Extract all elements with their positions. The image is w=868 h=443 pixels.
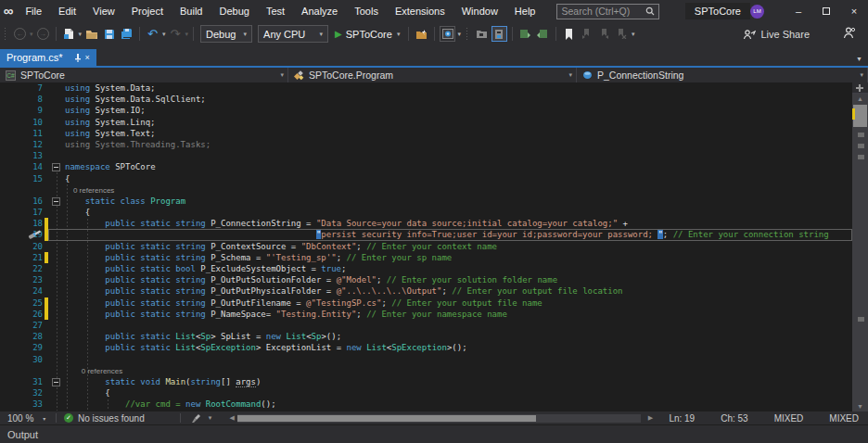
code-cleanup-dropdown-icon[interactable]: ▾ — [209, 414, 212, 422]
hscrollbar-thumb[interactable] — [237, 415, 536, 422]
toggle-bookmark-icon[interactable] — [561, 26, 577, 42]
navigate-dropdown-icon[interactable]: ▾ — [30, 31, 33, 38]
menu-item-view[interactable]: View — [84, 0, 123, 22]
live-share-button[interactable]: Live Share — [743, 29, 810, 40]
code-line[interactable]: 8using System.Data.SqlClient; — [0, 94, 852, 105]
code-line[interactable]: 31 static void Main(string[] args) — [0, 376, 852, 387]
scrollbar-thumb[interactable] — [853, 105, 867, 127]
code-line[interactable]: 19 "persist security info=True;user id=y… — [0, 229, 852, 240]
start-debugging-button[interactable]: ▶ SPToCore ▾ — [335, 29, 401, 40]
code-line[interactable]: 30 — [0, 354, 852, 365]
tab-program-cs[interactable]: Program.cs* × — [0, 49, 96, 66]
scroll-down-icon[interactable]: ▼ — [852, 403, 868, 410]
navigate-forward-icon[interactable]: → — [35, 26, 51, 42]
code-cleanup-icon[interactable] — [189, 411, 205, 426]
splitter-handle[interactable] — [852, 82, 868, 94]
menu-item-window[interactable]: Window — [453, 0, 506, 22]
open-file-icon[interactable] — [83, 26, 99, 42]
code-line[interactable]: 22 public static bool P_ExcludeSystemObj… — [0, 263, 852, 274]
solution-configuration-select[interactable]: Debug▾ — [200, 25, 252, 43]
code-line[interactable]: 13 — [0, 150, 852, 161]
code-line[interactable]: 21 public static string P_Schema = "'Tes… — [0, 252, 852, 263]
navigate-backward-icon[interactable]: ← — [12, 26, 28, 42]
avatar[interactable]: LM — [750, 5, 764, 19]
vertical-scrollbar[interactable]: ▲ ▼ — [852, 82, 868, 411]
code-line[interactable]: 10using System.Linq; — [0, 117, 852, 128]
menu-item-debug[interactable]: Debug — [211, 0, 257, 22]
search-input[interactable]: Search (Ctrl+Q) — [556, 4, 658, 19]
menu-item-build[interactable]: Build — [172, 0, 211, 22]
code-line[interactable]: 17 { — [0, 207, 852, 218]
feedback-icon[interactable] — [843, 27, 855, 41]
toolbar-overflow-icon[interactable]: ▾ — [632, 31, 635, 38]
menu-item-analyze[interactable]: Analyze — [293, 0, 346, 22]
minimize-button[interactable]: – — [785, 0, 812, 22]
pin-icon[interactable] — [74, 54, 82, 62]
undo-dropdown-icon[interactable]: ▾ — [162, 31, 166, 38]
codelens-references[interactable] — [65, 186, 73, 195]
codelens-references[interactable] — [65, 367, 82, 375]
close-button[interactable]: × — [840, 0, 868, 22]
new-file-dropdown-icon[interactable]: ▾ — [79, 31, 83, 38]
scroll-left-icon[interactable]: ◀ — [226, 414, 237, 422]
code-line[interactable]: 23 public static string P_OutPutSolution… — [0, 274, 852, 285]
code-line[interactable]: 9using System.IO; — [0, 105, 852, 116]
save-to-source-icon[interactable] — [474, 26, 490, 42]
menu-item-test[interactable]: Test — [258, 0, 293, 22]
menu-item-project[interactable]: Project — [123, 0, 172, 22]
undo-icon[interactable]: ↶ — [145, 26, 160, 42]
redo-icon[interactable]: ↷ — [168, 26, 184, 42]
comment-selection-icon[interactable] — [517, 26, 533, 42]
redo-dropdown-icon[interactable]: ▾ — [185, 31, 189, 38]
code-line[interactable]: 24 public static string P_OutPutPhysical… — [0, 285, 852, 297]
code-lines[interactable]: 7using System.Data;8using System.Data.Sq… — [0, 82, 852, 411]
fold-collapse-icon[interactable] — [52, 197, 60, 206]
code-line[interactable]: 28 public static List<Sp> SpList = new L… — [0, 331, 852, 342]
code-line[interactable]: 27 — [0, 320, 852, 331]
menu-item-extensions[interactable]: Extensions — [387, 0, 453, 22]
overflow-dropdown-icon[interactable]: ▾ — [457, 31, 461, 38]
save-icon[interactable] — [101, 26, 117, 42]
tab-close-icon[interactable]: × — [85, 53, 90, 62]
view-designer-icon[interactable] — [491, 26, 507, 42]
code-line[interactable]: 14namespace SPToCore — [0, 161, 852, 172]
next-bookmark-icon[interactable] — [596, 26, 612, 42]
horizontal-scrollbar[interactable]: ◀ ▶ — [226, 414, 656, 423]
code-editor[interactable]: 7using System.Data;8using System.Data.Sq… — [0, 82, 868, 411]
codelens-row[interactable]: 0 references — [0, 365, 852, 376]
output-panel-label[interactable]: Output — [7, 429, 38, 440]
attach-to-process-icon[interactable] — [414, 26, 429, 42]
uncomment-selection-icon[interactable] — [535, 26, 551, 42]
code-line[interactable]: 32 { — [0, 387, 852, 399]
member-dropdown[interactable]: P_ConnectionString ▾ — [577, 68, 868, 82]
type-dropdown[interactable]: SPToCore.Program ▾ — [288, 68, 577, 82]
code-line[interactable]: 25 public static string P_OutPutFilename… — [0, 297, 852, 309]
menu-item-edit[interactable]: Edit — [50, 0, 84, 22]
code-line[interactable]: 15{ — [0, 173, 852, 184]
tab-list-dropdown-icon[interactable]: ▼ — [856, 56, 862, 62]
code-line[interactable]: 12using System.Threading.Tasks; — [0, 139, 852, 150]
project-dropdown[interactable]: C# SPToCore ▾ — [0, 68, 288, 82]
save-all-icon[interactable] — [119, 26, 134, 42]
toolbar-grip-2[interactable] — [466, 27, 469, 41]
scroll-up-icon[interactable]: ▲ — [852, 95, 868, 102]
code-line[interactable]: 7using System.Data; — [0, 82, 852, 94]
code-line[interactable]: 29 public static List<SpException> Excep… — [0, 342, 852, 353]
document-health-indicator[interactable]: ✓ No issues found — [64, 413, 145, 424]
fold-collapse-icon[interactable] — [52, 378, 60, 386]
live-unit-testing-icon[interactable] — [440, 26, 455, 42]
codelens-row[interactable]: 0 references — [0, 184, 852, 196]
code-line[interactable]: 16 static class Program — [0, 196, 852, 207]
solution-platform-select[interactable]: Any CPU▾ — [258, 25, 328, 43]
quick-actions-screwdriver-icon[interactable] — [28, 227, 43, 240]
fold-collapse-icon[interactable] — [52, 163, 60, 171]
scroll-right-icon[interactable]: ▶ — [645, 414, 656, 422]
zoom-select[interactable]: 100 %▾ — [0, 413, 48, 424]
menu-item-file[interactable]: File — [17, 0, 50, 22]
code-line[interactable]: 33 //var cmd = new RootCommand(); — [0, 399, 852, 410]
new-file-icon[interactable] — [61, 26, 77, 42]
code-line[interactable]: 18 public static string P_ConnectionStri… — [0, 218, 852, 229]
previous-bookmark-icon[interactable] — [579, 26, 594, 42]
code-line[interactable]: 20 public static string P_ContextSource … — [0, 241, 852, 252]
code-line[interactable]: 26 public static string P_NameSpace= "Te… — [0, 309, 852, 320]
